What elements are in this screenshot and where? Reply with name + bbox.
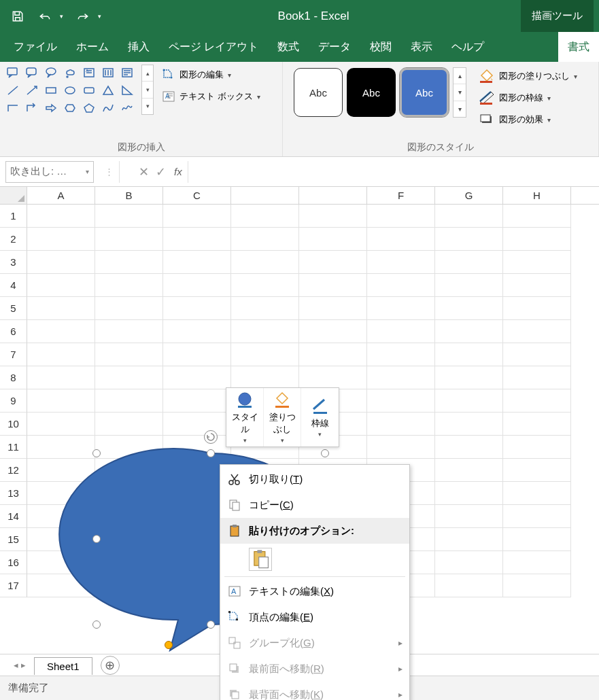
shape-textbox-icon[interactable]: A: [80, 65, 98, 81]
shape-outline-button[interactable]: 図形の枠線 ▾: [475, 88, 581, 108]
cell[interactable]: [435, 366, 503, 389]
cell[interactable]: [367, 436, 435, 459]
cell[interactable]: [435, 205, 503, 228]
cell[interactable]: [503, 274, 571, 297]
redo-button[interactable]: [71, 4, 95, 29]
new-sheet-button[interactable]: ⊕: [101, 656, 120, 675]
resize-handle[interactable]: [92, 449, 101, 457]
tab-pagelayout[interactable]: ページ レイアウト: [159, 32, 268, 62]
cell[interactable]: [503, 251, 571, 274]
cell[interactable]: [367, 251, 435, 274]
cell[interactable]: [95, 228, 163, 251]
cell[interactable]: [163, 320, 231, 343]
shape-elbow-arrow-icon[interactable]: [23, 100, 41, 116]
cell[interactable]: [435, 297, 503, 320]
shapes-gallery-more[interactable]: ▴ ▾ ▾: [141, 65, 154, 115]
cell[interactable]: [163, 205, 231, 228]
row-header[interactable]: 11: [0, 436, 27, 459]
cell[interactable]: [435, 528, 503, 551]
tab-help[interactable]: ヘルプ: [442, 32, 494, 62]
cell[interactable]: [163, 251, 231, 274]
cell[interactable]: [435, 320, 503, 343]
row-header[interactable]: 16: [0, 551, 27, 574]
cell[interactable]: [503, 436, 571, 459]
fx-icon[interactable]: fx: [174, 166, 182, 177]
cell[interactable]: [95, 274, 163, 297]
cell[interactable]: [299, 343, 367, 366]
resize-handle[interactable]: [207, 620, 215, 629]
cell[interactable]: [503, 297, 571, 320]
column-header[interactable]: F: [367, 187, 435, 204]
cell[interactable]: [367, 205, 435, 228]
row-header[interactable]: 5: [0, 297, 27, 320]
rotate-handle[interactable]: [204, 430, 218, 444]
cancel-formula-button[interactable]: ✕: [139, 164, 149, 179]
cell[interactable]: [435, 343, 503, 366]
shape-roundrect-callout-icon[interactable]: [23, 65, 41, 81]
cell[interactable]: [503, 320, 571, 343]
scroll-down-icon[interactable]: ▾: [453, 84, 466, 101]
menu-item[interactable]: Aテキストの編集(X): [220, 578, 409, 604]
cell[interactable]: [367, 389, 435, 413]
sheet-tab-active[interactable]: Sheet1: [34, 657, 92, 675]
edit-shapes-button[interactable]: 図形の編集 ▾: [158, 65, 264, 85]
shape-effects-button[interactable]: 図形の効果 ▾: [475, 109, 581, 130]
cell[interactable]: [163, 274, 231, 297]
cell[interactable]: [231, 251, 299, 274]
shape-roundrect-icon[interactable]: [80, 82, 98, 99]
shape-vtext-icon[interactable]: [99, 65, 117, 81]
shape-hexagon-icon[interactable]: [61, 100, 79, 116]
cell[interactable]: [367, 366, 435, 389]
cell[interactable]: [299, 228, 367, 251]
shape-scribble-icon[interactable]: [118, 100, 136, 116]
cell[interactable]: [503, 413, 571, 436]
cell[interactable]: [163, 413, 231, 436]
column-header[interactable]: [299, 187, 367, 204]
cell[interactable]: [27, 228, 95, 251]
cell[interactable]: [27, 459, 95, 482]
shape-rightarrow-icon[interactable]: [42, 100, 60, 116]
cell[interactable]: [27, 343, 95, 366]
cell[interactable]: [95, 366, 163, 389]
cell[interactable]: [435, 389, 503, 413]
cell[interactable]: [503, 343, 571, 366]
cell[interactable]: [27, 297, 95, 320]
menu-item[interactable]: 頂点の編集(E): [220, 604, 409, 630]
style-item-3-selected[interactable]: Abc: [400, 68, 449, 117]
cell[interactable]: [367, 413, 435, 436]
mini-outline-button[interactable]: 枠線 ▾: [301, 388, 339, 447]
cell[interactable]: [299, 320, 367, 343]
shape-textframe-icon[interactable]: [118, 65, 136, 81]
cell[interactable]: [27, 413, 95, 436]
cell[interactable]: [435, 274, 503, 297]
cell[interactable]: [27, 366, 95, 389]
cell[interactable]: [231, 320, 299, 343]
row-header[interactable]: 9: [0, 389, 27, 413]
qat-customize[interactable]: ▾: [98, 13, 106, 20]
cell[interactable]: [95, 320, 163, 343]
shape-rect-icon[interactable]: [42, 82, 60, 99]
row-header[interactable]: 1: [0, 205, 27, 228]
enter-formula-button[interactable]: ✓: [156, 164, 166, 179]
style-gallery-more[interactable]: ▴ ▾ ▾: [453, 67, 466, 118]
cell[interactable]: [27, 251, 95, 274]
shape-oval-callout-icon[interactable]: [42, 65, 60, 81]
cell[interactable]: [367, 228, 435, 251]
cell[interactable]: [367, 297, 435, 320]
cell[interactable]: [27, 274, 95, 297]
style-gallery[interactable]: Abc Abc Abc ▴ ▾ ▾: [287, 65, 469, 120]
contextual-tool-tab[interactable]: 描画ツール: [521, 0, 594, 32]
tab-format[interactable]: 書式: [558, 32, 599, 62]
row-header[interactable]: 8: [0, 366, 27, 389]
cell[interactable]: [435, 459, 503, 482]
tab-view[interactable]: 表示: [401, 32, 442, 62]
shape-cloud-callout-icon[interactable]: [61, 65, 79, 81]
cell[interactable]: [231, 274, 299, 297]
cell[interactable]: [367, 320, 435, 343]
cell[interactable]: [163, 389, 231, 413]
undo-button[interactable]: [33, 4, 57, 29]
cell[interactable]: [163, 366, 231, 389]
cell[interactable]: [367, 274, 435, 297]
cell[interactable]: [163, 297, 231, 320]
textbox-button[interactable]: A テキスト ボックス ▾: [158, 86, 264, 107]
